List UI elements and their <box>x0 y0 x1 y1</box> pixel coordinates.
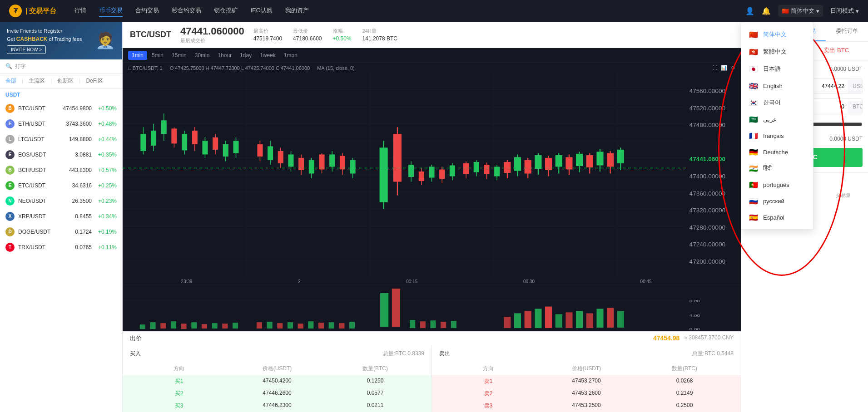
svg-text:47520.00000: 47520.00000 <box>689 105 726 112</box>
svg-text:47560.00000: 47560.00000 <box>689 88 726 94</box>
nav-link-我的资产[interactable]: 我的资产 <box>285 5 309 17</box>
lang-chevron: ▾ <box>816 8 819 15</box>
svg-rect-116 <box>160 323 166 329</box>
lang-item-english[interactable]: 🇬🇧English <box>741 78 813 94</box>
coin-change: +0.25% <box>92 182 117 189</box>
lang-item-繁體中文[interactable]: 🇭🇰繁體中文 <box>741 43 813 60</box>
flag-icon: 🇯🇵 <box>749 65 759 73</box>
time-button-5min[interactable]: 5min <box>148 51 167 60</box>
sidebar-tab-DeFi区[interactable]: DeFi区 <box>86 76 103 86</box>
svg-rect-46 <box>309 160 314 173</box>
lang-item-português[interactable]: 🇵🇹português <box>741 177 813 193</box>
sidebar-tab-全部[interactable]: 全部 <box>5 76 16 86</box>
coin-row[interactable]: LLTC/USDT149.8800+0.44% <box>0 132 122 147</box>
nav-link-币币交易[interactable]: 币币交易 <box>99 5 123 17</box>
lang-item-español[interactable]: 🇪🇸Español <box>741 209 813 226</box>
svg-rect-123 <box>233 323 238 329</box>
bell-icon[interactable]: 🔔 <box>762 7 771 15</box>
sidebar-tab-divider: | <box>79 78 80 84</box>
sidebar-tab-divider: | <box>50 78 52 84</box>
theme-toggle[interactable]: 日间模式 ▾ <box>830 7 859 15</box>
coin-row[interactable]: TTRX/USDT0.0765+0.11% <box>0 240 122 255</box>
coin-row[interactable]: EEOS/USDT3.0881+0.35% <box>0 147 122 162</box>
lang-label: 한국어 <box>763 98 781 107</box>
sidebar-tab-创新区[interactable]: 创新区 <box>57 76 74 86</box>
lang-item-日本語[interactable]: 🇯🇵日本語 <box>741 60 813 78</box>
invite-button[interactable]: INVITE NOW > <box>7 45 46 54</box>
time-button-1week[interactable]: 1week <box>256 51 279 60</box>
lang-item-français[interactable]: 🇫🇷français <box>741 128 813 144</box>
lang-item-عربى[interactable]: 🇸🇦عربى <box>741 111 813 128</box>
nav-link-IEO认购[interactable]: IEO认购 <box>250 5 272 17</box>
lang-item-한국어[interactable]: 🇰🇷한국어 <box>741 94 813 111</box>
language-selector[interactable]: 🇨🇳 简体中文 ▾ <box>778 5 823 17</box>
ask-price: 47453.2600 <box>537 390 635 397</box>
lang-label: English <box>763 83 783 89</box>
time-button-1day[interactable]: 1day <box>236 51 255 60</box>
coin-price: 47454.9800 <box>55 105 92 112</box>
coin-row[interactable]: BBCH/USDT443.8300+0.57% <box>0 162 122 178</box>
usdt-label: USDT <box>0 89 122 101</box>
svg-text:47320.00000: 47320.00000 <box>689 207 726 214</box>
bid-qty: 0.0577 <box>326 390 424 397</box>
ask-col-dir: 方向 <box>439 365 537 373</box>
nav-link-行情[interactable]: 行情 <box>74 5 86 17</box>
lang-item-हिंदी[interactable]: 🇮🇳हिंदी <box>741 160 813 177</box>
coin-row[interactable]: EETH/USDT3743.3600+0.48% <box>0 116 122 132</box>
ask-table: 卖出 总量:BTC 0.5448 方向 价格(USDT) 数量(BTC) 卖14… <box>432 345 741 412</box>
ticker-stat-value: +0.50% <box>333 35 352 42</box>
ticker-price-label: 最后成交价 <box>180 37 244 44</box>
nav-link-秒合约交易[interactable]: 秒合约交易 <box>172 5 201 17</box>
trade-tab-委托订单[interactable]: 委托订单 <box>826 22 868 41</box>
nav-right: 👤 🔔 🇨🇳 简体中文 ▾ 日间模式 ▾ <box>745 5 859 17</box>
coin-name: XRP/USDT <box>18 213 55 220</box>
ticker-stat-label: 24H量 <box>362 28 397 34</box>
ticker-stats: 最高价47519.7400最低价47180.6600涨幅+0.50%24H量14… <box>253 28 397 42</box>
fullscreen-icon[interactable]: ⛶ <box>712 65 717 71</box>
lang-item-deutsche[interactable]: 🇩🇪Deutsche <box>741 144 813 160</box>
time-button-30min[interactable]: 30min <box>191 51 213 60</box>
coin-name: ETH/USDT <box>18 121 55 127</box>
time-button-1min[interactable]: 1min <box>128 51 147 60</box>
chart-ma-label: MA (15, close, 0) <box>317 65 355 71</box>
chart-settings-icon[interactable]: ⚙ <box>731 65 735 71</box>
coin-change: +0.44% <box>92 136 117 142</box>
sell-tab[interactable]: 卖出 BTC <box>805 42 868 60</box>
svg-rect-118 <box>181 324 187 329</box>
svg-rect-54 <box>350 160 356 173</box>
user-icon[interactable]: 👤 <box>745 7 754 15</box>
bid-total: 总量:BTC 0.8339 <box>383 350 424 358</box>
svg-rect-88 <box>556 155 562 167</box>
lang-item-简体中文[interactable]: 🇨🇳简体中文 <box>741 26 813 43</box>
coin-row[interactable]: DDOGE/USDT0.1724+0.19% <box>0 224 122 240</box>
ticker-stat-value: 141.2078 BTC <box>362 35 397 42</box>
search-input[interactable] <box>15 63 117 69</box>
svg-rect-84 <box>535 155 541 169</box>
logo[interactable]: ₮ | 交易平台 <box>9 5 56 17</box>
sidebar-tab-主流区[interactable]: 主流区 <box>29 76 45 86</box>
time-button-15min[interactable]: 15min <box>168 51 190 60</box>
time-button-1hour[interactable]: 1hour <box>214 51 235 60</box>
ask-col-qty: 数量(BTC) <box>635 365 734 373</box>
nav-link-锁仓挖矿[interactable]: 锁仓挖矿 <box>214 5 238 17</box>
lang-item-русский[interactable]: 🇷🇺русский <box>741 193 813 209</box>
coin-row[interactable]: NNEO/USDT26.3500+0.23% <box>0 193 122 209</box>
svg-rect-94 <box>586 155 593 167</box>
svg-rect-142 <box>514 313 521 328</box>
coin-icon: X <box>5 212 15 221</box>
chart-icons: ⛶ 📊 ⚙ <box>712 65 735 71</box>
nav-link-合约交易[interactable]: 合约交易 <box>135 5 159 17</box>
ask-direction: 卖1 <box>439 378 537 385</box>
coin-row[interactable]: BBTC/USDT47454.9800+0.50% <box>0 101 122 116</box>
ticker-stat-value: 47519.7400 <box>253 35 282 42</box>
coin-row[interactable]: XXRP/USDT0.8455+0.34% <box>0 209 122 224</box>
time-button-1mon[interactable]: 1mon <box>280 51 301 60</box>
ticker-stat-label: 涨幅 <box>333 28 352 34</box>
ask-direction: 卖2 <box>439 390 537 397</box>
chart-type-icon[interactable]: 📊 <box>721 65 727 71</box>
coin-row[interactable]: EETC/USDT34.6316+0.25% <box>0 178 122 193</box>
time-label-4: 00:30 <box>523 279 535 284</box>
bid-rows: 买147450.42000.1250买247446.26000.0577买347… <box>123 375 432 412</box>
svg-rect-40 <box>278 151 283 163</box>
svg-rect-128 <box>298 324 303 329</box>
